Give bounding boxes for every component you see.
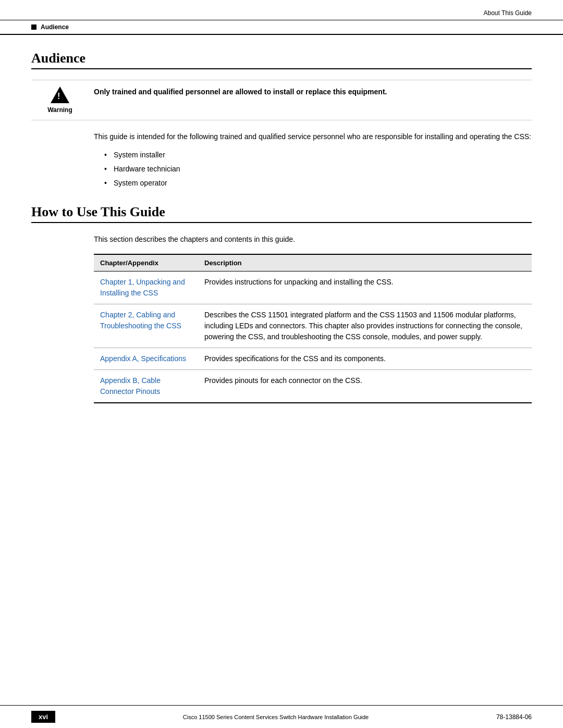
- appendixb-link[interactable]: Appendix B, Cable Connector Pinouts: [100, 375, 192, 397]
- warning-triangle-icon: [51, 87, 69, 103]
- table-row: Appendix A, Specifications Provides spec…: [94, 348, 532, 369]
- breadcrumb-label: Audience: [41, 23, 69, 31]
- col-chapter-header: Chapter/Appendix: [94, 254, 198, 272]
- table-link-cell: Chapter 1, Unpacking and Installing the …: [94, 271, 198, 304]
- warning-label: Warning: [47, 106, 72, 114]
- table-link-cell: Appendix A, Specifications: [94, 348, 198, 369]
- sub-header: Audience: [0, 20, 563, 35]
- table-row: Chapter 2, Cabling and Troubleshooting t…: [94, 304, 532, 348]
- page-header: About This Guide: [0, 0, 563, 20]
- breadcrumb-icon: [31, 24, 36, 30]
- table-desc-cell: Provides pinouts for each connector on t…: [198, 369, 532, 403]
- how-to-use-title: How to Use This Guide: [31, 204, 532, 223]
- audience-body: This guide is intended for the following…: [94, 131, 532, 142]
- table-desc-cell: Describes the CSS 11501 integrated platf…: [198, 304, 532, 348]
- table-link-cell: Appendix B, Cable Connector Pinouts: [94, 369, 198, 403]
- chapter2-link[interactable]: Chapter 2, Cabling and Troubleshooting t…: [100, 310, 192, 331]
- footer-page-number: xvi: [31, 711, 55, 723]
- guide-table: Chapter/Appendix Description Chapter 1, …: [94, 254, 532, 403]
- chapter1-link[interactable]: Chapter 1, Unpacking and Installing the …: [100, 277, 192, 299]
- audience-bullet-list: System installer Hardware technician Sys…: [104, 150, 532, 189]
- list-item: Hardware technician: [104, 164, 532, 175]
- table-row: Appendix B, Cable Connector Pinouts Prov…: [94, 369, 532, 403]
- audience-section: Audience Warning Only trained and qualif…: [31, 51, 532, 189]
- warning-box: Warning Only trained and qualified perso…: [31, 80, 532, 120]
- main-content: Audience Warning Only trained and qualif…: [0, 51, 563, 705]
- table-desc-cell: Provides specifications for the CSS and …: [198, 348, 532, 369]
- footer-doc-number: 78-13884-06: [496, 713, 532, 721]
- how-to-use-section: How to Use This Guide This section descr…: [31, 204, 532, 403]
- warning-left: Warning: [31, 87, 94, 114]
- table-row: Chapter 1, Unpacking and Installing the …: [94, 271, 532, 304]
- warning-text: Only trained and qualified personnel are…: [94, 87, 387, 97]
- page: About This Guide Audience Audience Warni…: [0, 0, 563, 728]
- how-to-use-intro: This section describes the chapters and …: [94, 233, 532, 245]
- list-item: System installer: [104, 150, 532, 161]
- table-link-cell: Chapter 2, Cabling and Troubleshooting t…: [94, 304, 198, 348]
- col-description-header: Description: [198, 254, 532, 272]
- appendixa-link[interactable]: Appendix A, Specifications: [100, 353, 192, 364]
- page-footer: xvi Cisco 11500 Series Content Services …: [0, 705, 563, 728]
- footer-document-title: Cisco 11500 Series Content Services Swit…: [55, 714, 496, 720]
- audience-title: Audience: [31, 51, 532, 69]
- table-desc-cell: Provides instructions for unpacking and …: [198, 271, 532, 304]
- table-header-row: Chapter/Appendix Description: [94, 254, 532, 272]
- list-item: System operator: [104, 178, 532, 189]
- header-title: About This Guide: [483, 9, 532, 17]
